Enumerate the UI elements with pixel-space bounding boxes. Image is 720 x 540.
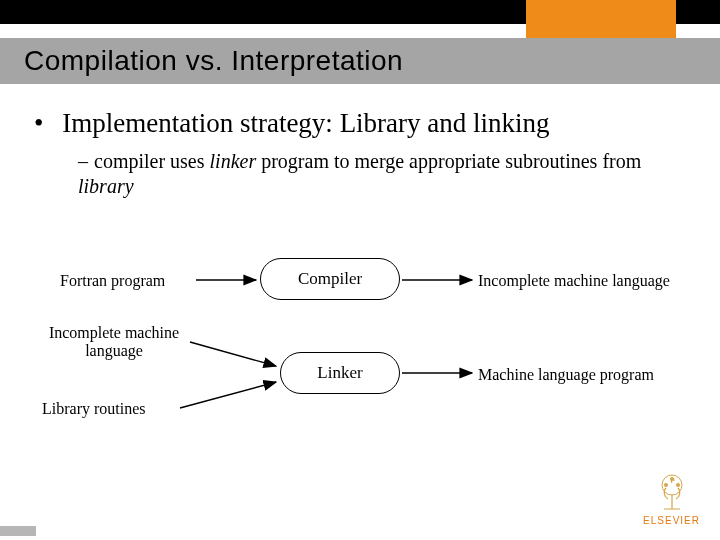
dash-icon: – [78, 150, 88, 172]
slide: Compilation vs. Interpretation Implement… [0, 0, 720, 540]
bullet-level2: –compiler uses linker program to merge a… [78, 149, 694, 199]
sub-italic-linker: linker [210, 150, 257, 172]
svg-point-6 [664, 483, 668, 487]
arrows-svg [0, 242, 720, 472]
svg-line-3 [180, 382, 276, 408]
svg-point-8 [670, 477, 674, 481]
footer-grey-bar [0, 526, 36, 536]
elsevier-logo: ELSEVIER [643, 469, 700, 526]
sub-mid: program to merge appropriate subroutines… [256, 150, 641, 172]
content-area: Implementation strategy: Library and lin… [26, 108, 694, 199]
logo-text: ELSEVIER [643, 515, 700, 526]
sub-pre: compiler uses [94, 150, 210, 172]
bullet1-text: Implementation strategy: Library and lin… [62, 108, 549, 138]
svg-line-2 [190, 342, 276, 366]
sub-italic-library: library [78, 175, 134, 197]
flow-diagram: Fortran program Compiler Incomplete mach… [0, 242, 720, 472]
tree-icon [650, 469, 694, 513]
slide-title: Compilation vs. Interpretation [24, 45, 403, 77]
bullet-level1: Implementation strategy: Library and lin… [34, 108, 694, 139]
title-bar: Compilation vs. Interpretation [0, 38, 720, 84]
svg-point-7 [676, 483, 680, 487]
